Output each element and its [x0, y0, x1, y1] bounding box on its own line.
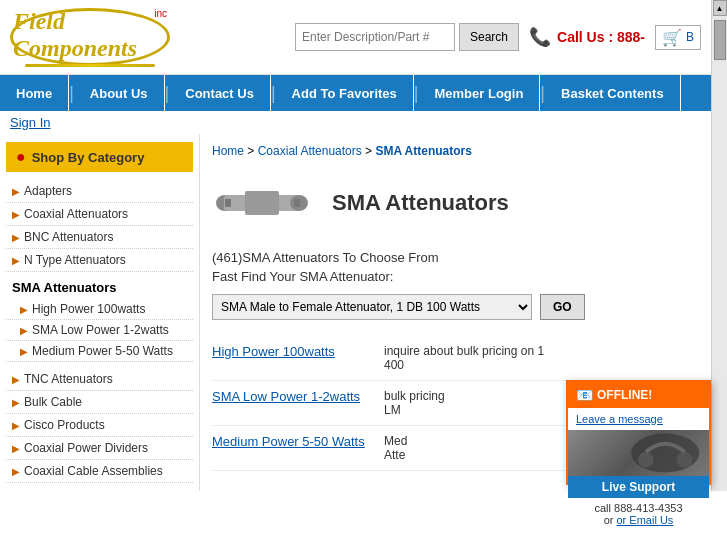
- dropdown-row: SMA Male to Female Attenuator, 1 DB 100 …: [212, 294, 699, 320]
- sma-section-header: SMA Attenuators: [6, 272, 193, 299]
- cat-label: Bulk Cable: [24, 395, 82, 409]
- nav-login[interactable]: Member Login: [419, 75, 541, 111]
- attenuator-svg: [215, 171, 310, 236]
- sidebar-item-high-power[interactable]: ▶ High Power 100watts: [6, 299, 193, 320]
- arrow-icon: ▶: [20, 325, 28, 336]
- nav-favorites[interactable]: Add To Favorites: [276, 75, 414, 111]
- cat-label: SMA Low Power 1-2watts: [32, 323, 169, 337]
- product-link-high-power[interactable]: High Power 100watts: [212, 344, 372, 359]
- arrow-icon: ▶: [12, 232, 20, 243]
- search-area: Search: [295, 23, 519, 51]
- arrow-icon: ▶: [12, 209, 20, 220]
- live-support-bar: Live Support: [568, 476, 709, 491]
- chat-header: 📧 OFFLINE!: [568, 382, 709, 408]
- search-button[interactable]: Search: [459, 23, 519, 51]
- cat-label: TNC Attenuators: [24, 372, 113, 386]
- arrow-icon: ▶: [12, 397, 20, 408]
- call-area: 📞 Call Us : 888-: [529, 26, 645, 48]
- logo-text: Field Components: [13, 8, 152, 62]
- cat-label: Coaxial Power Dividers: [24, 441, 148, 455]
- chat-popup: 📧 OFFLINE! Leave a message Live Support …: [566, 380, 711, 485]
- arrow-icon: ▶: [12, 443, 20, 454]
- sidebar-item-bulk[interactable]: ▶ Bulk Cable: [6, 391, 193, 414]
- sidebar-item-tnc[interactable]: ▶ TNC Attenuators: [6, 368, 193, 391]
- sidebar-item-cisco[interactable]: ▶ Cisco Products: [6, 414, 193, 437]
- go-button[interactable]: GO: [540, 294, 585, 320]
- nav-home[interactable]: Home: [0, 75, 69, 111]
- sidebar-item-bnc[interactable]: ▶ BNC Attenuators: [6, 226, 193, 249]
- svg-point-8: [677, 452, 693, 468]
- offline-icon: 📧: [576, 387, 593, 403]
- arrow-icon: ▶: [12, 255, 20, 266]
- headset-svg: [568, 430, 709, 476]
- arrow-icon: ▶: [12, 466, 20, 477]
- breadcrumb: Home > Coaxial Attenuators > SMA Attenua…: [212, 144, 699, 158]
- product-link-low-power[interactable]: SMA Low Power 1-2watts: [212, 389, 372, 404]
- arrow-icon: ▶: [20, 346, 28, 357]
- product-link-medium-power[interactable]: Medium Power 5-50 Watts: [212, 434, 372, 449]
- nav-contact[interactable]: Contact Us: [169, 75, 271, 111]
- sidebar: ● Shop By Category ▶ Adapters ▶ Coaxial …: [0, 134, 200, 491]
- sidebar-item-ntype[interactable]: ▶ N Type Attenuators: [6, 249, 193, 272]
- arrow-icon: ▶: [12, 374, 20, 385]
- breadcrumb-cat[interactable]: Coaxial Attenuators: [258, 144, 362, 158]
- arrow-icon: ▶: [12, 186, 20, 197]
- cat-label: Coaxial Cable Assemblies: [24, 464, 163, 478]
- breadcrumb-current[interactable]: SMA Attenuators: [375, 144, 471, 158]
- nav-basket[interactable]: Basket Contents: [545, 75, 681, 111]
- category-header: ● Shop By Category: [6, 142, 193, 172]
- header: Field Components inc Search 📞 Call Us : …: [0, 0, 711, 75]
- basket-area[interactable]: 🛒 B: [655, 25, 701, 50]
- sidebar-item-adapters[interactable]: ▶ Adapters: [6, 180, 193, 203]
- signin-link[interactable]: Sign In: [10, 115, 50, 130]
- svg-point-6: [631, 434, 699, 473]
- category-title: Shop By Category: [32, 150, 145, 165]
- sidebar-item-medium-power[interactable]: ▶ Medium Power 5-50 Watts: [6, 341, 193, 362]
- cat-label: Cisco Products: [24, 418, 105, 432]
- signin-bar: Sign In: [0, 111, 711, 134]
- nav-about[interactable]: About Us: [74, 75, 165, 111]
- product-desc-high-power: inquire about bulk pricing on 1400: [384, 344, 699, 372]
- sidebar-item-assemblies[interactable]: ▶ Coaxial Cable Assemblies: [6, 460, 193, 483]
- product-image: [212, 168, 312, 238]
- svg-rect-4: [225, 199, 231, 207]
- cat-label: BNC Attenuators: [24, 230, 113, 244]
- arrow-icon: ▶: [20, 304, 28, 315]
- scroll-up-button[interactable]: ▲: [713, 0, 727, 16]
- header-right: Search 📞 Call Us : 888- 🛒 B: [295, 23, 701, 51]
- call-label: Call Us : 888-: [557, 29, 645, 45]
- product-title: SMA Attenuators: [332, 190, 509, 216]
- cat-label: Medium Power 5-50 Watts: [32, 344, 173, 358]
- logo-inc: inc: [154, 8, 167, 19]
- sidebar-item-dividers[interactable]: ▶ Coaxial Power Dividers: [6, 437, 193, 460]
- cat-label: Adapters: [24, 184, 72, 198]
- search-input[interactable]: [295, 23, 455, 51]
- sidebar-item-coaxial[interactable]: ▶ Coaxial Attenuators: [6, 203, 193, 226]
- leave-message-link[interactable]: Leave a message: [576, 413, 663, 425]
- cart-icon: 🛒: [662, 28, 682, 47]
- attenuator-select[interactable]: SMA Male to Female Attenuator, 1 DB 100 …: [212, 294, 532, 320]
- cat-label: High Power 100watts: [32, 302, 145, 316]
- svg-rect-5: [294, 199, 300, 207]
- cat-label: N Type Attenuators: [24, 253, 126, 267]
- navigation: Home | About Us | Contact Us | Add To Fa…: [0, 75, 711, 111]
- offline-label: OFFLINE!: [597, 388, 652, 402]
- chat-body: Leave a message: [568, 408, 709, 430]
- svg-rect-2: [245, 191, 279, 215]
- logo: Field Components inc: [10, 8, 170, 66]
- phone-icon: 📞: [529, 26, 551, 48]
- cat-label: Coaxial Attenuators: [24, 207, 128, 221]
- product-count: (461)SMA Attenuators To Choose From: [212, 250, 699, 265]
- sidebar-item-low-power[interactable]: ▶ SMA Low Power 1-2watts: [6, 320, 193, 341]
- category-bullet: ●: [16, 148, 26, 166]
- scroll-thumb[interactable]: [714, 20, 726, 60]
- svg-point-7: [638, 452, 654, 468]
- basket-label: B: [686, 30, 694, 44]
- scrollbar: ▲ ▼: [711, 0, 727, 491]
- arrow-icon: ▶: [12, 420, 20, 431]
- chat-image: [568, 430, 709, 476]
- product-header: SMA Attenuators: [212, 168, 699, 238]
- breadcrumb-home[interactable]: Home: [212, 144, 244, 158]
- table-row: High Power 100watts inquire about bulk p…: [212, 336, 699, 381]
- product-description: (461)SMA Attenuators To Choose From Fast…: [212, 250, 699, 284]
